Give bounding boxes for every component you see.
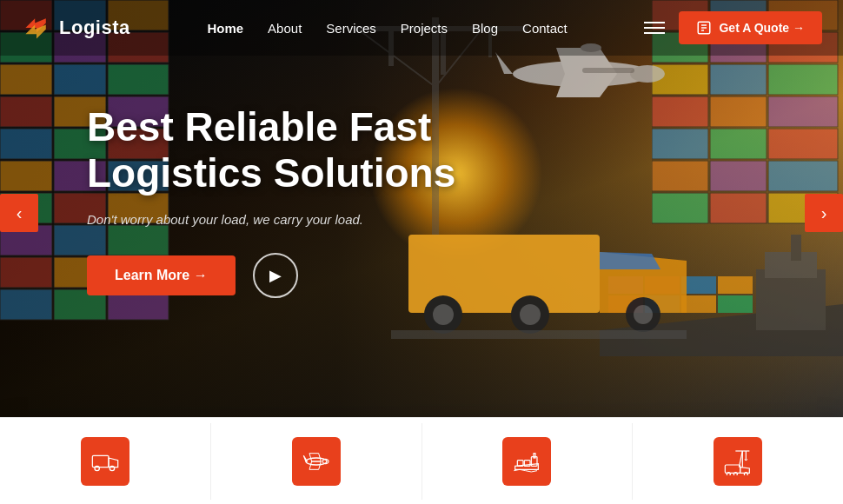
learn-more-label: Learn More → [115, 268, 208, 283]
hero-content: Best Reliable Fast Logistics Solutions D… [87, 104, 455, 298]
svg-rect-66 [756, 269, 826, 330]
slider-next-icon: › [821, 203, 827, 223]
service-item-truck[interactable] [0, 423, 211, 500]
svg-rect-64 [582, 68, 634, 73]
hero-actions: Learn More → ▶ [87, 253, 455, 298]
svg-marker-108 [740, 467, 750, 473]
svg-rect-40 [710, 96, 767, 127]
svg-rect-41 [768, 96, 838, 127]
svg-rect-71 [718, 295, 753, 313]
get-quote-label: Get A Quote → [719, 21, 805, 35]
svg-point-81 [433, 304, 454, 325]
svg-rect-38 [768, 64, 838, 95]
svg-rect-107 [725, 465, 740, 473]
learn-more-button[interactable]: Learn More → [87, 255, 236, 295]
svg-marker-101 [303, 455, 307, 461]
svg-point-109 [727, 472, 730, 474]
hero-section: Logista Home About Services Projects Blo… [0, 0, 843, 426]
svg-rect-7 [54, 64, 106, 95]
nav-blog[interactable]: Blog [472, 21, 498, 36]
svg-rect-8 [108, 64, 169, 95]
svg-marker-99 [309, 461, 321, 469]
logo[interactable]: Logista [21, 12, 130, 43]
svg-point-59 [630, 65, 665, 83]
svg-point-110 [733, 472, 737, 474]
slider-next-button[interactable]: › [805, 194, 843, 232]
svg-rect-47 [768, 161, 838, 191]
service-icon-ocean [502, 437, 551, 486]
svg-rect-45 [652, 161, 708, 191]
svg-rect-43 [710, 129, 767, 159]
svg-rect-44 [768, 129, 838, 159]
nav-contact[interactable]: Contact [522, 21, 568, 36]
svg-point-111 [744, 472, 747, 474]
service-icon-crane [714, 437, 762, 486]
svg-rect-9 [0, 96, 52, 127]
hero-title-line1: Best Reliable Fast [87, 104, 431, 149]
svg-point-83 [520, 304, 541, 325]
svg-rect-37 [710, 64, 767, 95]
nav-projects[interactable]: Projects [401, 21, 448, 36]
hamburger-line-3 [644, 32, 665, 34]
slider-prev-button[interactable]: ‹ [0, 194, 38, 232]
svg-rect-12 [0, 129, 52, 159]
svg-marker-102 [515, 463, 539, 469]
svg-rect-15 [0, 161, 52, 191]
slider-prev-icon: ‹ [17, 203, 23, 223]
play-button[interactable]: ▶ [253, 253, 298, 298]
services-bar [0, 417, 843, 504]
svg-rect-42 [652, 129, 708, 159]
service-item-air[interactable] [211, 423, 422, 500]
play-icon: ▶ [269, 266, 282, 285]
hero-title: Best Reliable Fast Logistics Solutions [87, 104, 455, 196]
svg-rect-93 [92, 455, 109, 467]
svg-rect-70 [681, 295, 716, 313]
logo-icon [21, 12, 52, 43]
quote-icon [696, 20, 712, 36]
svg-rect-74 [681, 276, 716, 294]
svg-rect-46 [710, 161, 767, 191]
nav: Home About Services Projects Blog Contac… [207, 21, 567, 36]
nav-about[interactable]: About [268, 21, 302, 36]
header-right: Get A Quote → [644, 11, 822, 44]
svg-rect-27 [0, 289, 52, 320]
nav-services[interactable]: Services [326, 21, 376, 36]
svg-rect-6 [0, 64, 52, 95]
svg-marker-98 [309, 453, 321, 461]
svg-rect-86 [391, 330, 687, 339]
svg-rect-76 [791, 235, 801, 261]
svg-marker-62 [556, 74, 617, 97]
svg-rect-24 [0, 257, 52, 288]
hamburger-line-2 [644, 27, 665, 29]
service-item-crane[interactable] [633, 423, 843, 500]
svg-point-85 [634, 305, 653, 324]
get-quote-button[interactable]: Get A Quote → [679, 11, 822, 44]
header: Logista Home About Services Projects Blo… [0, 0, 843, 56]
service-icon-truck [81, 437, 129, 486]
hamburger-menu[interactable] [644, 22, 665, 34]
svg-marker-79 [600, 252, 660, 269]
svg-rect-75 [718, 276, 753, 294]
service-item-ocean[interactable] [422, 423, 634, 500]
service-icon-air [292, 437, 341, 486]
hero-title-line2: Logistics Solutions [87, 150, 455, 196]
hero-subtitle: Don't worry about your load, we carry yo… [87, 212, 455, 227]
nav-home[interactable]: Home [207, 21, 243, 36]
logo-text: Logista [59, 17, 130, 39]
hamburger-line-1 [644, 22, 665, 23]
